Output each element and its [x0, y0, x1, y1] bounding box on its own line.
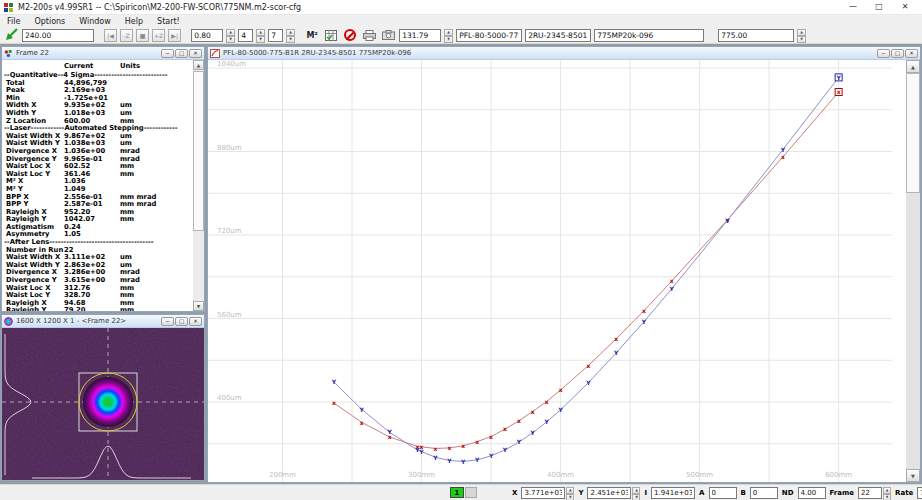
stat-value: 79.20 — [64, 306, 86, 311]
data-marker: Y — [446, 457, 452, 464]
data-marker: x — [670, 277, 674, 284]
lens-serial-field[interactable] — [456, 29, 522, 42]
menu-window[interactable]: Window — [72, 17, 118, 26]
z-position-field[interactable] — [22, 29, 94, 42]
status-field-i[interactable] — [651, 487, 695, 499]
results-window: Frame 22 − □ ✕ Current Units --Quantitat… — [1, 46, 205, 312]
wavelength-field[interactable] — [718, 29, 794, 42]
capture-button[interactable] — [380, 28, 396, 42]
stats-row: Waist Width X9.867e+02um — [2, 132, 204, 140]
results-header-row: Current Units — [2, 60, 204, 71]
chart-minimize-icon[interactable]: − — [877, 49, 890, 58]
data-marker: x — [447, 444, 451, 451]
chart-scroll-up-icon[interactable]: ▲ — [906, 60, 920, 73]
stats-row: Astigmatism0.24 — [2, 223, 204, 231]
data-marker: x — [531, 408, 535, 415]
results-scrollbar-thumb[interactable] — [193, 71, 204, 231]
data-marker: Y — [432, 454, 438, 461]
status-bar: 1 X▲▼Y▲▼IABNDFrame▲▼RateInterval — [0, 484, 922, 500]
results-minimize-icon[interactable]: − — [161, 49, 174, 58]
status-field-b[interactable] — [750, 487, 778, 499]
results-table-button[interactable] — [323, 28, 339, 42]
x-tick-label: 300mm — [408, 471, 435, 479]
first-frame-button[interactable]: |◀ — [104, 29, 117, 42]
frames-spinner[interactable]: ▲▼ — [286, 29, 295, 42]
chart-restore-icon[interactable]: □ — [891, 49, 904, 58]
status-field-frame[interactable] — [858, 487, 882, 499]
status-spinner-frame[interactable]: ▲▼ — [883, 487, 891, 499]
results-restore-icon[interactable]: □ — [175, 49, 188, 58]
status-label-y: Y — [578, 489, 583, 497]
status-field-rate[interactable] — [917, 487, 922, 499]
averaging-field[interactable] — [238, 29, 253, 42]
results-scrollbar[interactable]: ▲ ▼ — [193, 60, 204, 311]
m2-application-window: M2-200s v4.99SR1 -- C:\Spiricon\M2-200-F… — [0, 0, 922, 500]
frames-field[interactable] — [268, 29, 283, 42]
stats-rows: --Quantitative--4 Sigma-----------------… — [2, 71, 204, 311]
optic-serial-field[interactable] — [594, 29, 704, 42]
data-marker: x — [475, 438, 479, 445]
m2-compute-button[interactable]: M² — [304, 28, 320, 42]
results-close-icon[interactable]: ✕ — [189, 49, 202, 58]
status-field-y[interactable] — [587, 487, 631, 499]
chart-window-titlebar[interactable]: PFL-80-5000-775-B1R 2RU-2345-8501 775MP2… — [208, 47, 920, 60]
minimize-icon[interactable]: — — [840, 0, 866, 14]
status-spinner-y[interactable]: ▲▼ — [632, 487, 640, 499]
status-field-nd[interactable] — [798, 487, 826, 499]
stats-row: BPP X2.556e-01mm mrad — [2, 193, 204, 201]
status-field-x[interactable] — [521, 487, 565, 499]
menu-options[interactable]: Options — [27, 17, 72, 26]
status-label-rate: Rate — [895, 489, 913, 497]
wavelength-spinner[interactable]: ▲▼ — [797, 29, 806, 42]
stats-row: --After Lens----------------------------… — [2, 238, 204, 246]
stats-row: Rayleigh X94.68mm — [2, 299, 204, 307]
stats-row: Width Y1.018e+03um — [2, 109, 204, 117]
print-button[interactable] — [361, 28, 377, 42]
beam-window-titlebar[interactable]: 1600 X 1200 X 1 - <Frame 22> − □ ✕ — [2, 315, 204, 328]
stats-row: Waist Loc X602.52mm — [2, 162, 204, 170]
exposure-field[interactable] — [191, 29, 223, 42]
y-tick-label: 1040um — [217, 60, 246, 68]
stats-row: Total44,896,799 — [2, 79, 204, 87]
status-field-a[interactable] — [709, 487, 737, 499]
menu-help[interactable]: Help — [118, 17, 150, 26]
y-tick-label: 880um — [217, 144, 242, 152]
status-spinner-x[interactable]: ▲▼ — [566, 487, 574, 499]
step-minus-z-button[interactable]: -Z — [120, 29, 133, 42]
chart-close-icon[interactable]: ✕ — [905, 49, 918, 58]
x-tick-label: 400mm — [547, 471, 574, 479]
chart-scroll-down-icon[interactable]: ▼ — [906, 469, 920, 482]
data-marker: x — [545, 398, 549, 405]
y-tick-label: 560um — [217, 311, 242, 319]
stats-row: Peak2.169e+03 — [2, 86, 204, 94]
data-marker: Y — [530, 429, 536, 436]
focal-length-field[interactable] — [399, 29, 441, 42]
focal-length-spinner[interactable]: ▲▼ — [444, 29, 453, 42]
data-marker: Y — [460, 458, 466, 465]
maximize-icon[interactable]: □ — [866, 0, 892, 14]
close-icon[interactable]: ✕ — [892, 0, 918, 14]
beam-minimize-icon[interactable]: − — [161, 317, 174, 326]
results-window-icon — [4, 49, 13, 58]
menu-file[interactable]: File — [0, 17, 27, 26]
stats-row: Asymmetry1.05 — [2, 230, 204, 238]
results-window-titlebar[interactable]: Frame 22 − □ ✕ — [2, 47, 204, 60]
menu-start[interactable]: Start! — [150, 17, 187, 26]
chart-scrollbar[interactable]: ▲ ▼ — [906, 60, 920, 482]
beam-restore-icon[interactable]: □ — [175, 317, 188, 326]
chart-scrollbar-thumb[interactable] — [906, 73, 920, 193]
exposure-spinner[interactable]: ▲▼ — [226, 29, 235, 42]
stats-row: Waist Width X3.111e+02um — [2, 253, 204, 261]
abort-button[interactable] — [342, 28, 358, 42]
stats-row: Number in Run22 — [2, 246, 204, 254]
stats-row: Waist Width Y2.863e+02um — [2, 261, 204, 269]
beam-close-icon[interactable]: ✕ — [189, 317, 202, 326]
averaging-spinner[interactable]: ▲▼ — [256, 29, 265, 42]
stat-label: Rayleigh Y — [6, 306, 46, 311]
stop-button[interactable]: ■ — [136, 29, 149, 42]
status-label-nd: ND — [782, 489, 794, 497]
camera-serial-field[interactable] — [525, 29, 591, 42]
last-frame-button[interactable]: ▶| — [168, 29, 181, 42]
beam-image[interactable] — [2, 328, 204, 480]
step-plus-z-button[interactable]: +Z — [152, 29, 165, 42]
